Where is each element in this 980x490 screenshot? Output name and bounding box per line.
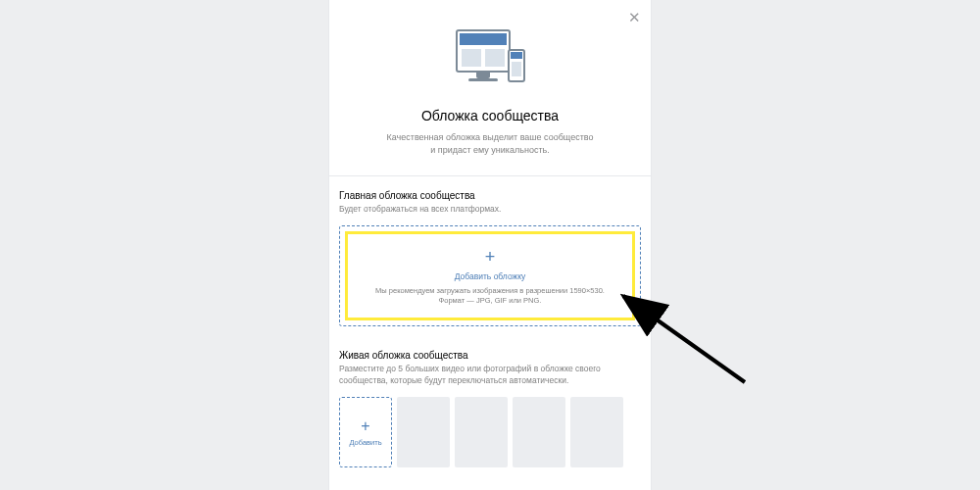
main-cover-section: Главная обложка сообщества Будет отображ… — [329, 176, 651, 336]
hero-section: Обложка сообщества Качественная обложка … — [329, 0, 651, 176]
plus-icon: + — [361, 418, 369, 434]
add-cover-label: Добавить обложку — [358, 271, 622, 281]
live-cover-add-button[interactable]: + Добавить — [339, 397, 392, 467]
hero-subtitle: Качественная обложка выделит ваше сообще… — [354, 131, 626, 156]
live-cover-slot[interactable] — [570, 397, 623, 467]
live-add-label: Добавить — [349, 438, 381, 447]
highlight-frame: + Добавить обложку Мы рекомендуем загруж… — [345, 231, 635, 320]
main-cover-title: Главная обложка сообщества — [339, 190, 641, 201]
monitor-icon — [456, 29, 511, 73]
live-cover-title: Живая обложка сообщества — [339, 350, 641, 361]
live-cover-desc: Разместите до 5 больших видео или фотогр… — [339, 364, 641, 387]
main-cover-desc: Будет отображаться на всех платформах. — [339, 204, 641, 216]
recommendation-text: Мы рекомендуем загружать изображения в р… — [358, 286, 622, 306]
cover-settings-modal: ✕ Обложка сообщества Качественная обложк… — [328, 0, 652, 490]
live-cover-slot[interactable] — [455, 397, 508, 467]
live-cover-section: Живая обложка сообщества Разместите до 5… — [329, 336, 651, 477]
phone-icon — [508, 49, 525, 82]
plus-icon: + — [358, 248, 622, 266]
close-icon[interactable]: ✕ — [628, 10, 641, 24]
hero-title: Обложка сообщества — [354, 108, 626, 123]
devices-illustration — [354, 29, 626, 88]
live-cover-slot[interactable] — [513, 397, 565, 467]
live-cover-slots: + Добавить — [339, 397, 641, 467]
main-cover-upload-area[interactable]: + Добавить обложку Мы рекомендуем загруж… — [339, 225, 641, 326]
live-cover-slot[interactable] — [397, 397, 450, 467]
